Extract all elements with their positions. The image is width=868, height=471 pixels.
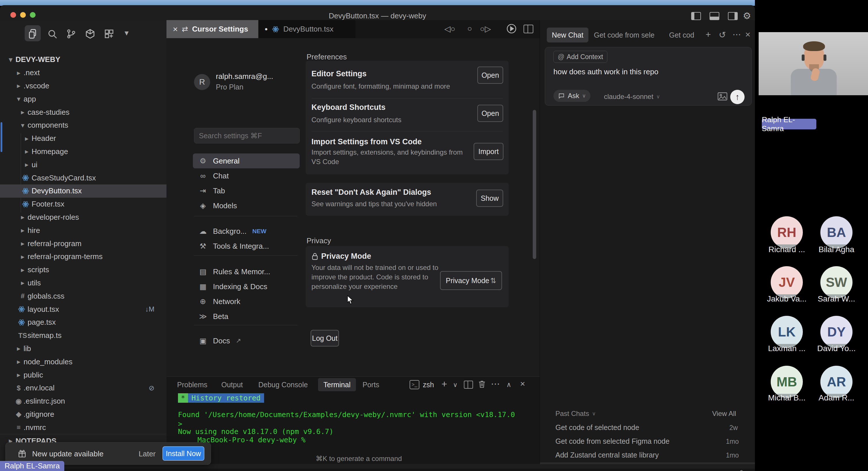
sync-status[interactable]: 2↓ 0↑ bbox=[110, 470, 125, 471]
nav-forward-icon[interactable]: ○▷ bbox=[480, 24, 491, 34]
tree-item[interactable]: layout.tsx↓M bbox=[0, 303, 166, 316]
tab-terminal-active[interactable]: Terminal bbox=[318, 378, 356, 391]
past-chat-item[interactable]: Add Zustand central state library bbox=[555, 451, 659, 459]
indentation-item[interactable]: Spaces: 2 bbox=[586, 470, 614, 471]
new-terminal-icon[interactable]: + bbox=[441, 378, 447, 390]
bell-icon[interactable] bbox=[738, 469, 745, 471]
terminal-prompt-line[interactable]: MacBook-Pro-4 devy-weby % bbox=[197, 436, 305, 444]
tree-item[interactable]: ▸scripts bbox=[0, 263, 166, 276]
git-branch-item[interactable]: main bbox=[71, 470, 93, 471]
close-panel-icon[interactable]: × bbox=[745, 29, 751, 40]
tree-root[interactable]: ▾DEVY-WEBY bbox=[0, 53, 166, 66]
shell-selector[interactable]: >_ zsh bbox=[410, 380, 434, 389]
tree-item[interactable]: Footer.tsx bbox=[0, 198, 166, 211]
tree-item[interactable]: ▸referral-program bbox=[0, 237, 166, 250]
warnings-count[interactable]: 0 bbox=[235, 470, 238, 471]
cursor-position-item[interactable]: Ln 31, Col 33 bbox=[528, 470, 565, 471]
tree-item[interactable]: TSsitemap.ts bbox=[0, 329, 166, 342]
privacy-mode-select[interactable]: Privacy Mode ⇅ bbox=[440, 271, 502, 290]
more-icon[interactable]: ⋯ bbox=[491, 378, 500, 389]
settings-nav-tools[interactable]: ⚒Tools & Integra... bbox=[193, 239, 300, 254]
tree-item[interactable]: ▸node_modules bbox=[0, 355, 166, 368]
gear-icon[interactable]: ⚙ bbox=[743, 10, 751, 21]
tree-item[interactable]: CaseStudyCard.tsx bbox=[0, 171, 166, 184]
chat-message-input[interactable]: how does auth work in this repo bbox=[553, 67, 658, 76]
tab-cursor-settings[interactable]: × ⇄ Cursor Settings bbox=[166, 20, 258, 38]
tree-item[interactable]: ▸Homepage bbox=[0, 145, 166, 158]
open-keyboard-shortcuts-button[interactable]: Open bbox=[477, 105, 503, 122]
tree-item[interactable]: ◉.eslintrc.json bbox=[0, 395, 166, 408]
files-icon[interactable] bbox=[27, 28, 38, 40]
settings-nav-tab[interactable]: ⇥Tab bbox=[193, 183, 300, 198]
show-dialogs-button[interactable]: Show bbox=[476, 190, 503, 207]
modified-dot-icon[interactable]: ● bbox=[265, 26, 268, 32]
tab-devybutton[interactable]: ● DevyButton.tsx bbox=[258, 20, 355, 38]
settings-nav-general[interactable]: ⚙General bbox=[193, 154, 300, 168]
tree-item-devybutton-selected[interactable]: DevyButton.tsx bbox=[0, 184, 166, 198]
tree-item[interactable]: ▾app bbox=[0, 92, 166, 106]
tree-item[interactable]: ▸lib bbox=[0, 342, 166, 356]
tab-get-code-1[interactable]: Get code from sele bbox=[594, 31, 654, 39]
settings-nav-indexing[interactable]: ▦Indexing & Docs bbox=[193, 279, 300, 294]
close-panel-icon[interactable]: × bbox=[520, 379, 525, 389]
tab-get-code-2[interactable]: Get cod bbox=[669, 31, 694, 39]
scrollbar[interactable] bbox=[533, 110, 536, 259]
past-chat-item[interactable]: Get code of selected node bbox=[555, 424, 639, 432]
past-chats-header[interactable]: Past Chats ∨ bbox=[555, 410, 596, 418]
tree-item[interactable]: page.tsx bbox=[0, 316, 166, 329]
avatar[interactable]: LK bbox=[771, 316, 803, 348]
tree-item[interactable]: ▸case-studies bbox=[0, 106, 166, 119]
language-item[interactable]: TypeScript JSX bbox=[683, 470, 725, 471]
avatar[interactable]: JV bbox=[771, 266, 803, 298]
ask-mode-dropdown[interactable]: Ask ∨ bbox=[553, 90, 590, 102]
close-icon[interactable]: × bbox=[173, 24, 178, 34]
settings-nav-docs[interactable]: ▣Docs↗ bbox=[193, 333, 300, 348]
tab-ports[interactable]: Ports bbox=[363, 381, 379, 389]
image-attach-icon[interactable] bbox=[718, 92, 727, 101]
settings-nav-beta[interactable]: ≫Beta bbox=[193, 309, 300, 324]
kill-terminal-icon[interactable] bbox=[477, 379, 486, 389]
tree-item[interactable]: ▸developer-roles bbox=[0, 211, 166, 224]
send-button[interactable]: ↑ bbox=[730, 90, 745, 104]
settings-nav-models[interactable]: ◈Models bbox=[193, 198, 300, 213]
pencil-icon[interactable]: ✎ bbox=[144, 470, 149, 471]
tree-item[interactable]: ◆.gitignore bbox=[0, 408, 166, 421]
past-chat-item[interactable]: Get code from selected Figma node bbox=[555, 437, 670, 445]
tree-item[interactable]: ▸Header bbox=[0, 132, 166, 145]
import-vscode-button[interactable]: Import bbox=[474, 143, 503, 160]
cursor-tab-item[interactable]: Cursor Tab bbox=[484, 470, 514, 471]
tree-item[interactable]: ▸hire bbox=[0, 224, 166, 237]
toggle-sidebar-icon[interactable] bbox=[691, 12, 701, 20]
model-selector[interactable]: claude-4-sonnet ∨ bbox=[604, 93, 660, 101]
more-icon[interactable]: ⋯ bbox=[733, 29, 741, 39]
settings-nav-network[interactable]: ⊕Network bbox=[193, 294, 300, 309]
extensions-icon[interactable] bbox=[103, 28, 115, 40]
later-button[interactable]: Later bbox=[138, 449, 156, 459]
warnings-icon[interactable]: ⚠ bbox=[225, 470, 230, 471]
chevron-down-icon[interactable]: ▾ bbox=[125, 28, 129, 38]
errors-count[interactable]: 0 bbox=[216, 470, 220, 471]
source-control-icon[interactable] bbox=[65, 28, 77, 40]
history-icon[interactable]: ↺ bbox=[719, 30, 726, 40]
tree-item[interactable]: ▸.next bbox=[0, 66, 166, 79]
search-icon[interactable] bbox=[46, 28, 58, 40]
tree-item[interactable]: ▾components bbox=[0, 119, 166, 132]
tree-item[interactable]: $.env.local⊘ bbox=[0, 381, 166, 395]
encoding-item[interactable]: UTF-8 bbox=[631, 470, 649, 471]
tree-item[interactable]: ▸referral-program-terms bbox=[0, 250, 166, 263]
nav-current-icon[interactable]: ○ bbox=[467, 24, 472, 33]
split-editor-icon[interactable] bbox=[524, 25, 533, 33]
avatar[interactable]: SW bbox=[820, 266, 852, 298]
chevron-down-icon[interactable]: ∨ bbox=[453, 381, 458, 389]
settings-nav-background[interactable]: ☁Backgro...NEW bbox=[193, 224, 300, 239]
maximize-panel-icon[interactable]: ∧ bbox=[506, 381, 512, 389]
search-settings-input[interactable] bbox=[194, 128, 300, 143]
tab-debug-console[interactable]: Debug Console bbox=[258, 381, 308, 389]
tree-item[interactable]: ▸ui bbox=[0, 158, 166, 171]
webcam-video[interactable] bbox=[758, 32, 868, 95]
package-icon[interactable] bbox=[84, 28, 96, 40]
new-tab-icon[interactable]: + bbox=[706, 29, 711, 40]
open-editor-settings-button[interactable]: Open bbox=[477, 67, 503, 84]
toggle-panel-icon[interactable] bbox=[710, 12, 719, 20]
eol-item[interactable]: LF bbox=[664, 470, 672, 471]
